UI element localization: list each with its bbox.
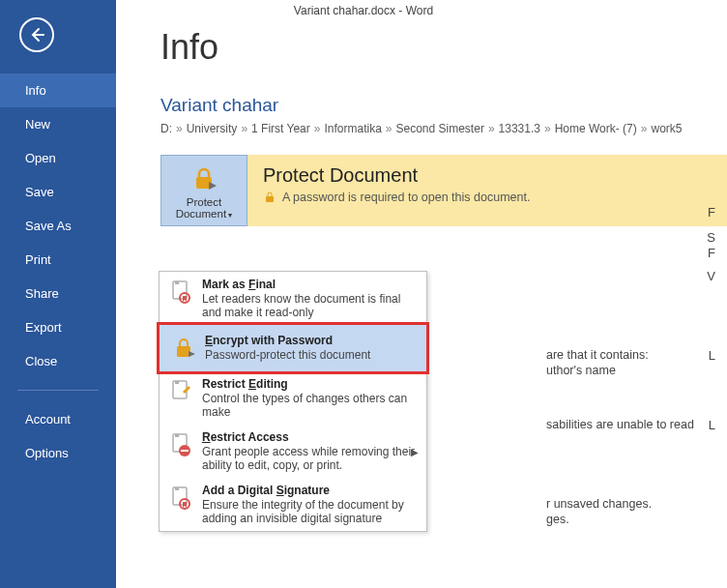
partial-text-4: r unsaved changes.	[546, 497, 652, 511]
protect-label-2: Document	[176, 208, 226, 220]
crumb-part: 13331.3	[499, 122, 540, 135]
menu-item-desc: Password-protect this document	[205, 348, 370, 362]
menu-item-desc: Grant people access while removing their…	[202, 445, 419, 472]
menu-item-desc: Let readers know the document is final a…	[202, 292, 419, 319]
crumb-part: Second Simester	[396, 122, 484, 135]
protect-subtitle: A password is required to open this docu…	[282, 191, 530, 204]
right-edge-letter: L	[709, 348, 715, 363]
ribbon-icon	[167, 278, 194, 307]
menu-item-desc: Control the types of changes others can …	[202, 392, 419, 419]
sidebar-item-save[interactable]: Save	[0, 175, 116, 209]
arrow-left-icon	[28, 26, 45, 44]
crumb-part: University	[187, 122, 238, 135]
backstage-sidebar: Info New Open Save Save As Print Share E…	[0, 0, 116, 588]
crumb-part: Home Work- (7)	[555, 122, 637, 135]
menu-item-desc: Ensure the integrity of the document by …	[202, 498, 419, 525]
menu-item-title: Mark as Final	[202, 278, 419, 291]
crumb-part: D:	[160, 122, 172, 135]
sidebar-item-saveas[interactable]: Save As	[0, 209, 116, 243]
sidebar-item-print[interactable]: Print	[0, 243, 116, 277]
pencil-icon	[167, 377, 194, 406]
partial-text-2: uthor's name	[546, 364, 616, 377]
sidebar-item-account[interactable]: Account	[0, 402, 116, 436]
svg-rect-7	[177, 346, 190, 357]
document-name: Variant chahar	[160, 95, 727, 116]
back-button[interactable]	[19, 17, 54, 52]
menu-item-4[interactable]: Add a Digital SignatureEnsure the integr…	[160, 478, 426, 531]
sidebar-item-open[interactable]: Open	[0, 141, 116, 175]
submenu-arrow-icon: ▶	[411, 446, 419, 456]
menu-item-title: Restrict Editing	[202, 377, 419, 391]
protect-document-menu: Mark as FinalLet readers know the docume…	[159, 271, 427, 532]
sidebar-item-close[interactable]: Close	[0, 344, 116, 378]
sidebar-item-options[interactable]: Options	[0, 436, 116, 470]
partial-text-3: sabilities are unable to read	[546, 418, 694, 431]
menu-item-title: Encrypt with Password	[205, 334, 370, 347]
menu-item-title: Add a Digital Signature	[202, 484, 419, 497]
crumb-part: work5	[651, 122, 682, 135]
protect-title: Protect Document	[263, 164, 712, 187]
menu-item-2[interactable]: Restrict EditingControl the types of cha…	[160, 371, 426, 425]
right-edge-letter: F	[708, 246, 715, 260]
breadcrumb: D:»University»1 First Year»Informatika»S…	[160, 122, 727, 135]
partial-text-5: ges.	[546, 513, 569, 526]
protect-document-banner: ProtectDocument ▾ Protect Document A pas…	[160, 155, 727, 226]
block-icon	[167, 430, 194, 459]
sidebar-item-export[interactable]: Export	[0, 310, 116, 344]
right-edge-letter: V	[707, 269, 715, 283]
partial-text-1: are that it contains:	[546, 348, 649, 362]
small-lock-icon	[263, 191, 276, 204]
menu-item-1[interactable]: Encrypt with PasswordPassword-protect th…	[157, 322, 429, 374]
sidebar-item-share[interactable]: Share	[0, 277, 116, 310]
sidebar-item-new[interactable]: New	[0, 107, 116, 141]
menu-item-3[interactable]: Restrict AccessGrant people access while…	[160, 425, 426, 478]
page-title: Info	[160, 27, 727, 68]
sidebar-separator	[17, 390, 99, 391]
right-edge-letter: L	[709, 418, 715, 432]
crumb-part: 1 First Year	[251, 122, 310, 135]
svg-rect-4	[266, 196, 274, 202]
ribbon-icon	[167, 484, 194, 513]
protect-document-button[interactable]: ProtectDocument ▾	[160, 155, 247, 226]
right-edge-letter: S	[707, 230, 715, 245]
svg-rect-11	[181, 450, 189, 452]
lock-icon	[170, 334, 197, 363]
sidebar-item-info[interactable]: Info	[0, 74, 116, 107]
right-edge-letter: F	[708, 205, 715, 220]
menu-item-0[interactable]: Mark as FinalLet readers know the docume…	[160, 272, 426, 325]
title-bar: Variant chahar.docx - Word	[0, 0, 727, 21]
protect-label-1: Protect	[187, 196, 221, 208]
crumb-part: Informatika	[324, 122, 381, 135]
menu-item-title: Restrict Access	[202, 430, 419, 444]
lock-shield-icon	[165, 163, 243, 194]
